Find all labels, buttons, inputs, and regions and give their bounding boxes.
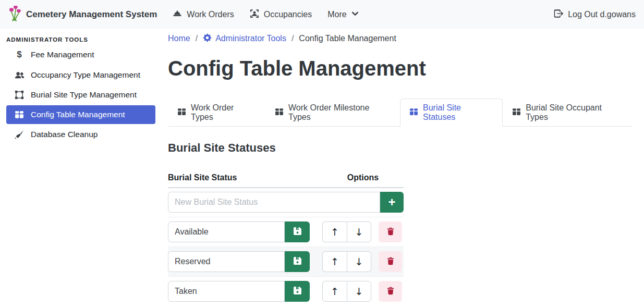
breadcrumb: Home / Administrator Tools / Config Tabl… [168,32,633,45]
tab-work-order-types[interactable]: Work Order Types [168,98,265,127]
arrow-up-icon: ↑ [331,256,339,267]
nav-occupancies[interactable]: Occupancies [250,9,312,20]
save-icon [293,286,302,297]
breadcrumb-label: Home [168,34,190,43]
new-status-row: + [168,188,404,217]
table-row: ↑ ↓ [168,247,404,276]
arrow-down-icon: ↓ [355,226,363,238]
table-icon [177,107,186,118]
arrow-up-icon: ↑ [331,286,339,297]
trash-icon [386,227,395,237]
trash-icon [386,287,395,297]
tab-work-order-milestone-types[interactable]: Work Order Milestone Types [265,98,400,127]
sidebar-item-burial-site-type-management[interactable]: Burial Site Type Management [6,85,155,104]
status-name-input[interactable] [168,221,285,242]
tab-burial-site-occupant-types[interactable]: Burial Site Occupant Types [503,98,633,127]
new-status-input[interactable] [168,192,380,213]
table-row: ↑ ↓ [168,217,404,247]
logout-label: Log Out d.gowans [568,10,636,19]
section-title: Burial Site Statuses [168,141,633,155]
breadcrumb-label: Administrator Tools [215,34,286,43]
tab-bar: Work Order Types Work Order Milestone Ty… [168,98,633,127]
burial-site-status-table: Burial Site Status Options + [168,168,404,306]
add-status-button[interactable]: + [380,192,404,213]
save-button[interactable] [285,221,310,242]
trash-icon [386,257,395,267]
reorder-group: ↑ ↓ [322,221,371,242]
sidebar-item-occupancy-type-management[interactable]: Occupancy Type Management [6,66,155,84]
plus-icon: + [388,196,395,208]
save-icon [293,256,302,267]
tab-label: Work Order Milestone Types [288,103,391,122]
table-icon [14,110,25,119]
people-icon [14,71,25,80]
sidebar-item-label: Occupancy Type Management [31,70,140,80]
tab-burial-site-statuses[interactable]: Burial Site Statuses [400,98,503,127]
arrow-down-icon: ↓ [355,256,363,267]
table-icon [275,107,284,118]
tulip-logo-icon [8,6,22,23]
breadcrumb-separator: / [196,34,198,43]
sidebar-item-database-cleanup[interactable]: Database Cleanup [6,125,155,144]
main-content: Home / Administrator Tools / Config Tabl… [162,29,644,308]
sidebar-item-label: Fee Management [31,50,94,59]
move-down-button[interactable]: ↓ [347,281,371,302]
arrow-down-icon: ↓ [355,286,363,297]
status-name-input[interactable] [168,281,285,302]
delete-button[interactable] [379,281,402,302]
nav-work-orders[interactable]: Work Orders [173,9,234,20]
logout-button[interactable]: Log Out d.gowans [554,9,636,20]
column-header-name: Burial Site Status [168,173,322,182]
logout-icon [554,9,563,20]
move-down-button[interactable]: ↓ [347,251,371,272]
breadcrumb-admin-tools-link[interactable]: Administrator Tools [203,33,286,44]
sidebar-item-label: Burial Site Type Management [31,90,137,100]
brand[interactable]: Cemetery Management System [8,6,157,23]
save-button[interactable] [285,281,310,302]
status-name-input[interactable] [168,251,285,272]
move-down-button[interactable]: ↓ [347,221,371,242]
save-icon [293,227,302,237]
sidebar-item-label: Config Table Management [31,110,125,119]
move-up-button[interactable]: ↑ [322,281,347,302]
top-navbar: Cemetery Management System Work Orders [0,0,644,29]
breadcrumb-current: Config Table Management [299,34,396,43]
save-button[interactable] [285,251,310,272]
nav-item-label: More [327,10,346,19]
move-up-button[interactable]: ↑ [322,251,347,272]
move-up-button[interactable]: ↑ [322,221,347,242]
tab-label: Burial Site Occupant Types [526,103,623,122]
sidebar: ADMINISTRATOR TOOLS $ Fee Management Occ… [0,29,162,308]
delete-button[interactable] [379,251,402,272]
breadcrumb-home-link[interactable]: Home [168,34,190,43]
chevron-down-icon [351,10,359,19]
delete-button[interactable] [379,221,402,242]
tab-label: Burial Site Statuses [423,103,493,122]
arrow-up-icon: ↑ [331,226,339,238]
breadcrumb-separator: / [291,34,294,43]
page-title: Config Table Management [168,53,633,83]
reorder-group: ↑ ↓ [322,251,371,272]
person-bounding-box-icon [250,9,259,20]
dollar-icon: $ [14,50,25,60]
sidebar-item-fee-management[interactable]: $ Fee Management [6,45,155,65]
nav-item-label: Work Orders [187,10,234,19]
table-icon [512,107,521,118]
sidebar-item-label: Database Cleanup [31,130,98,139]
bounding-box-icon [14,90,25,100]
sidebar-item-config-table-management[interactable]: Config Table Management [6,105,155,124]
gear-icon [203,33,212,44]
hard-hat-icon [173,9,182,20]
tab-label: Work Order Types [191,103,256,122]
nav-item-label: Occupancies [264,10,312,19]
nav-more[interactable]: More [327,10,358,19]
sidebar-heading: ADMINISTRATOR TOOLS [0,32,162,44]
reorder-group: ↑ ↓ [322,281,371,302]
table-row: ↑ ↓ [168,276,404,306]
table-header-row: Burial Site Status Options [168,168,404,188]
column-header-options: Options [322,173,404,182]
app-title: Cemetery Management System [26,9,157,20]
broom-icon [14,130,25,139]
table-icon [409,107,418,118]
